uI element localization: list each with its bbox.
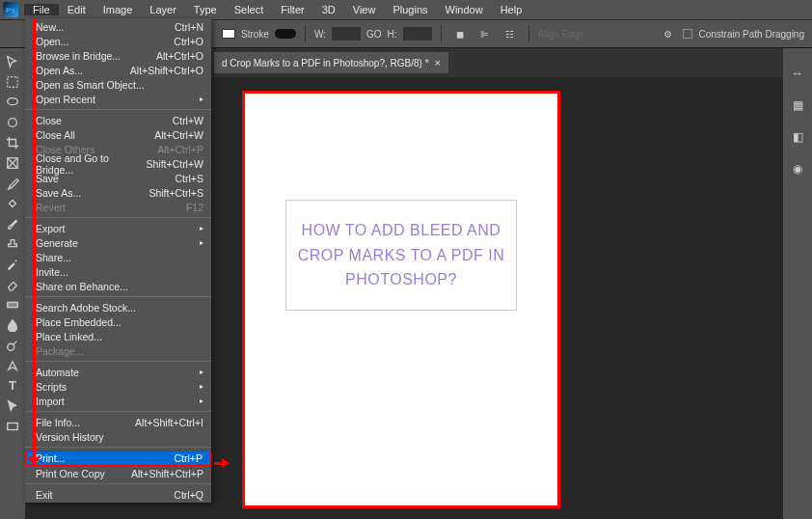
menu-new[interactable]: New...Ctrl+N	[25, 19, 211, 34]
menu-generate[interactable]: Generate	[25, 235, 211, 250]
gradient-tool[interactable]	[3, 295, 22, 314]
menu-window[interactable]: Window	[437, 4, 492, 15]
menu-view[interactable]: View	[344, 4, 385, 15]
panel-strip: ↔ ▦ ◧ ◉	[783, 48, 812, 519]
dodge-tool[interactable]	[3, 336, 22, 354]
menu-open-recent[interactable]: Open Recent	[25, 92, 211, 106]
document-tab[interactable]: d Crop Marks to a PDF in Photoshop?, RGB…	[214, 52, 448, 73]
menu-edit[interactable]: Edit	[59, 4, 95, 15]
doc-headline: HOW TO ADD BLEED AND CROP MARKS TO A PDF…	[296, 218, 506, 292]
fill-swatch[interactable]	[222, 29, 235, 39]
svg-rect-0	[8, 76, 18, 87]
menubar: Ps File Edit Image Layer Type Select Fil…	[0, 0, 812, 19]
eraser-tool[interactable]	[3, 275, 22, 293]
type-tool[interactable]: T	[3, 376, 22, 395]
panel-icon-2[interactable]: ▦	[788, 96, 807, 114]
move-tool[interactable]	[3, 52, 22, 70]
menu-filter[interactable]: Filter	[272, 4, 312, 15]
svg-point-2	[9, 118, 17, 126]
align-edge-label: Align Edge	[538, 29, 584, 40]
menu-select[interactable]: Select	[226, 4, 273, 15]
document-tab-title: d Crop Marks to a PDF in Photoshop?, RGB…	[222, 58, 429, 68]
panel-icon-1[interactable]: ↔	[788, 64, 807, 82]
menu-layer[interactable]: Layer	[141, 4, 185, 15]
go-label: GO	[366, 29, 382, 40]
frame-tool[interactable]	[3, 153, 22, 172]
rectangle-tool[interactable]	[3, 417, 22, 435]
menu-place-linked[interactable]: Place Linked...	[25, 329, 211, 343]
menu-automate[interactable]: Automate	[25, 365, 211, 379]
panel-icon-4[interactable]: ◉	[788, 159, 807, 178]
menu-open-smart[interactable]: Open as Smart Object...	[25, 77, 211, 92]
panel-icon-3[interactable]: ◧	[788, 127, 807, 146]
menu-export[interactable]: Export	[25, 221, 211, 235]
menu-invite[interactable]: Invite...	[25, 264, 211, 279]
app-icon: Ps	[3, 2, 18, 17]
width-input[interactable]	[332, 27, 361, 41]
menu-3d[interactable]: 3D	[313, 4, 344, 15]
menu-type[interactable]: Type	[185, 4, 226, 15]
eyedropper-tool[interactable]	[3, 174, 22, 192]
svg-rect-6	[8, 423, 18, 429]
artboard-tool[interactable]	[3, 72, 22, 91]
menu-package[interactable]: Package...	[25, 343, 211, 358]
w-label: W:	[314, 29, 326, 40]
menu-file[interactable]: File	[24, 4, 59, 15]
blur-tool[interactable]	[3, 315, 22, 334]
menu-close-all[interactable]: Close AllAlt+Ctrl+W	[25, 127, 211, 142]
menu-plugins[interactable]: Plugins	[384, 4, 436, 15]
menu-browse-bridge[interactable]: Browse in Bridge...Alt+Ctrl+O	[25, 48, 211, 63]
brush-tool[interactable]	[3, 214, 22, 232]
menu-open-as[interactable]: Open As...Alt+Shift+Ctrl+O	[25, 63, 211, 77]
align-icon[interactable]: ⊫	[475, 24, 495, 43]
menu-exit[interactable]: ExitCtrl+Q	[25, 487, 211, 502]
menu-image[interactable]: Image	[95, 4, 142, 15]
menu-place-embedded[interactable]: Place Embedded...	[25, 314, 211, 329]
menu-file-info[interactable]: File Info...Alt+Shift+Ctrl+I	[25, 415, 211, 429]
pen-tool[interactable]	[3, 356, 22, 374]
shape-icon[interactable]: ◼	[450, 24, 470, 43]
menu-close-go-bridge[interactable]: Close and Go to Bridge...Shift+Ctrl+W	[25, 156, 211, 171]
menu-behance[interactable]: Share on Behance...	[25, 279, 211, 293]
annotation-arrow-down	[28, 19, 40, 467]
menu-scripts[interactable]: Scripts	[25, 379, 211, 394]
close-icon[interactable]: ×	[435, 57, 441, 68]
menu-share[interactable]: Share...	[25, 250, 211, 264]
stamp-tool[interactable]	[3, 234, 22, 253]
path-select-tool[interactable]	[3, 396, 22, 415]
doc-text-frame: HOW TO ADD BLEED AND CROP MARKS TO A PDF…	[285, 200, 517, 311]
healing-tool[interactable]	[3, 194, 22, 212]
menu-save-as[interactable]: Save As...Shift+Ctrl+S	[25, 185, 211, 200]
h-label: H:	[388, 29, 397, 40]
stroke-swatch[interactable]	[275, 29, 296, 39]
annotation-arrow-right	[214, 458, 230, 468]
menu-print-one[interactable]: Print One CopyAlt+Shift+Ctrl+P	[25, 466, 211, 480]
crop-tool[interactable]	[3, 133, 22, 151]
arrange-icon[interactable]: ☷	[501, 24, 520, 43]
menu-close[interactable]: CloseCtrl+W	[25, 113, 211, 127]
history-brush-tool[interactable]	[3, 255, 22, 273]
tools-panel: T	[0, 48, 25, 519]
menu-import[interactable]: Import	[25, 394, 211, 408]
height-input[interactable]	[403, 27, 432, 41]
svg-point-5	[8, 343, 14, 350]
menu-stock[interactable]: Search Adobe Stock...	[25, 300, 211, 314]
constrain-label: Constrain Path Dragging	[698, 29, 812, 40]
canvas-document[interactable]: HOW TO ADD BLEED AND CROP MARKS TO A PDF…	[242, 91, 560, 508]
quick-select-tool[interactable]	[3, 113, 22, 131]
stroke-label: Stroke	[241, 29, 269, 40]
svg-rect-4	[8, 302, 18, 307]
file-menu-dropdown: New...Ctrl+N Open...Ctrl+O Browse in Bri…	[25, 18, 211, 503]
menu-version-history[interactable]: Version History	[25, 429, 211, 444]
lasso-tool[interactable]	[3, 93, 22, 111]
menu-revert[interactable]: RevertF12	[25, 200, 211, 214]
menu-open[interactable]: Open...Ctrl+O	[25, 34, 211, 48]
constrain-checkbox[interactable]	[683, 29, 692, 39]
gear-icon[interactable]: ⚙	[658, 24, 677, 43]
svg-point-1	[8, 97, 18, 104]
menu-print[interactable]: Print...Ctrl+P	[25, 451, 211, 466]
menu-help[interactable]: Help	[492, 4, 531, 15]
